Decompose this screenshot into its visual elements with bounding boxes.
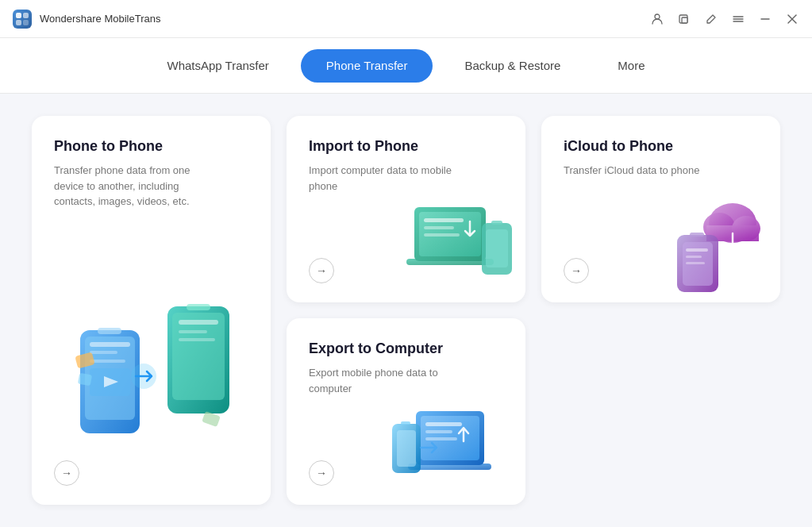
svg-rect-57 — [397, 430, 416, 467]
svg-rect-26 — [179, 338, 215, 341]
card-import-title: Import to Phone — [309, 138, 503, 155]
svg-rect-22 — [172, 313, 225, 400]
svg-rect-6 — [682, 17, 687, 23]
card-import-desc: Import computer data to mobile phone — [309, 163, 468, 194]
import-illustration — [391, 191, 518, 294]
card-export-arrow[interactable]: → — [309, 460, 334, 486]
svg-rect-49 — [686, 262, 705, 264]
svg-rect-34 — [424, 218, 464, 222]
svg-point-4 — [655, 14, 660, 19]
card-icloud-desc: Transfer iCloud data to phone — [564, 163, 722, 179]
card-icloud-arrow[interactable]: → — [564, 258, 589, 283]
svg-rect-36 — [424, 233, 460, 237]
svg-rect-39 — [491, 221, 502, 225]
tab-more[interactable]: More — [592, 49, 670, 83]
svg-rect-17 — [90, 351, 117, 354]
svg-rect-46 — [690, 233, 704, 237]
edit-button[interactable] — [704, 12, 718, 26]
icloud-illustration — [661, 191, 772, 294]
card-icloud-title: iCloud to Phone — [564, 138, 758, 155]
svg-rect-38 — [486, 229, 508, 267]
nav-bar: WhatsApp Transfer Phone Transfer Backup … — [0, 38, 812, 94]
card-icloud-to-phone[interactable]: iCloud to Phone Transfer iCloud data to … — [541, 116, 780, 302]
svg-rect-29 — [77, 373, 91, 387]
card-phone-to-phone-desc: Transfer phone data from one device to a… — [54, 163, 213, 210]
svg-rect-53 — [425, 422, 462, 426]
svg-rect-48 — [686, 256, 702, 258]
card-import-arrow[interactable]: → — [309, 258, 334, 283]
export-illustration — [391, 394, 518, 497]
title-bar-left: Wondershare MobileTrans — [13, 10, 160, 29]
close-button[interactable] — [785, 12, 799, 26]
svg-rect-3 — [23, 20, 29, 25]
app-title: Wondershare MobileTrans — [40, 13, 160, 25]
title-bar: Wondershare MobileTrans — [0, 0, 812, 38]
svg-rect-23 — [187, 304, 210, 310]
cards-grid: Phone to Phone Transfer phone data from … — [32, 116, 780, 505]
window-button[interactable] — [677, 12, 691, 26]
svg-rect-15 — [98, 328, 121, 334]
svg-rect-30 — [202, 411, 221, 427]
tab-backup-restore[interactable]: Backup & Restore — [439, 49, 586, 83]
card-phone-to-phone-title: Phone to Phone — [54, 138, 248, 155]
menu-button[interactable] — [731, 12, 745, 26]
card-export-to-computer[interactable]: Export to Computer Export mobile phone d… — [287, 318, 525, 505]
tab-whatsapp[interactable]: WhatsApp Transfer — [141, 49, 294, 83]
card-phone-to-phone-arrow[interactable]: → — [54, 460, 79, 486]
svg-rect-24 — [179, 320, 218, 325]
app-icon — [13, 10, 32, 29]
svg-rect-55 — [425, 437, 457, 440]
svg-rect-35 — [424, 226, 454, 229]
main-content: Phone to Phone Transfer phone data from … — [0, 94, 812, 527]
card-export-desc: Export mobile phone data to computer — [309, 365, 468, 396]
svg-rect-18 — [90, 360, 125, 363]
title-bar-controls — [650, 12, 799, 26]
tab-phone-transfer[interactable]: Phone Transfer — [301, 49, 433, 83]
svg-rect-16 — [90, 342, 130, 347]
svg-rect-54 — [425, 430, 452, 433]
card-import-to-phone[interactable]: Import to Phone Import computer data to … — [287, 116, 525, 302]
profile-button[interactable] — [650, 12, 664, 26]
minimize-button[interactable] — [758, 12, 772, 26]
svg-rect-47 — [686, 248, 708, 252]
svg-rect-58 — [401, 421, 410, 425]
card-export-title: Export to Computer — [309, 340, 503, 357]
card-phone-to-phone[interactable]: Phone to Phone Transfer phone data from … — [32, 116, 271, 505]
svg-rect-0 — [16, 13, 21, 18]
phone-to-phone-illustration — [72, 283, 231, 457]
svg-rect-25 — [179, 330, 207, 333]
svg-rect-2 — [16, 20, 21, 25]
svg-rect-1 — [23, 13, 29, 18]
